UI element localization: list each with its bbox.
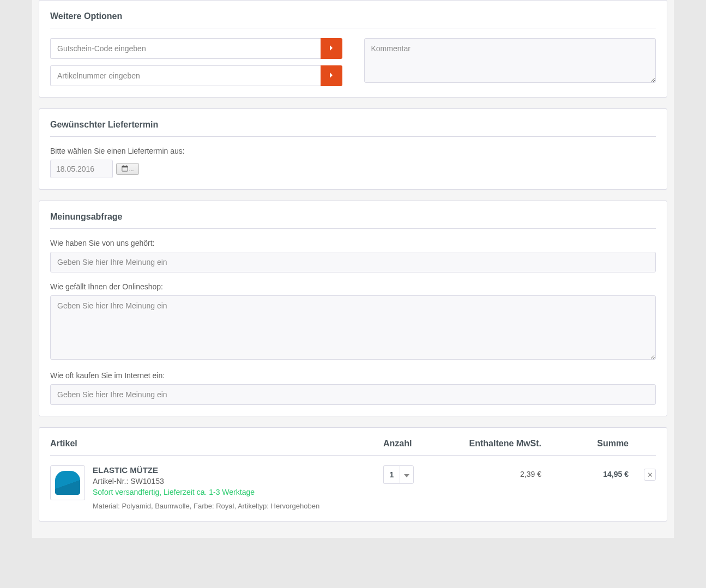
product-name[interactable]: ELASTIC MÜTZE (93, 465, 383, 475)
delivery-panel: Gewünschter Liefertermin Bitte wählen Si… (39, 108, 667, 190)
svg-rect-1 (122, 166, 128, 168)
coupon-submit-button[interactable] (321, 38, 342, 59)
product-image (55, 471, 80, 495)
cart-header-article: Artikel (50, 439, 383, 448)
cart-header-tax: Enthaltene MwSt. (438, 439, 563, 448)
quantity-input[interactable] (383, 465, 400, 484)
sku-submit-button[interactable] (321, 65, 342, 86)
delivery-title: Gewünschter Liefertermin (50, 120, 656, 137)
coupon-input[interactable] (50, 38, 321, 59)
item-tax: 2,39 € (438, 465, 563, 478)
svg-rect-2 (123, 165, 123, 167)
calendar-icon (122, 165, 128, 173)
chevron-down-icon (404, 471, 409, 479)
quantity-dropdown-button[interactable] (400, 465, 414, 484)
survey-q2-label: Wie gefällt Ihnen der Onlineshop: (50, 282, 656, 291)
chevron-right-icon (329, 45, 334, 53)
cart-header-sum: Summe (563, 439, 634, 448)
product-meta: Material: Polyamid, Baumwolle, Farbe: Ro… (93, 502, 383, 510)
survey-q1-label: Wie haben Sie von uns gehört: (50, 239, 656, 247)
survey-panel: Meinungsabfrage Wie haben Sie von uns ge… (39, 201, 667, 416)
remove-item-button[interactable]: ✕ (644, 469, 656, 481)
options-title: Weitere Optionen (50, 11, 656, 28)
chevron-right-icon (329, 72, 334, 80)
item-sum: 14,95 € (563, 465, 634, 478)
product-thumbnail[interactable] (50, 465, 85, 500)
options-panel: Weitere Optionen (39, 0, 667, 98)
comment-textarea[interactable] (364, 38, 656, 83)
cart-header-qty: Anzahl (383, 439, 438, 448)
product-stock: Sofort versandfertig, Lieferzeit ca. 1-3… (93, 488, 383, 496)
survey-q3-input[interactable] (50, 384, 656, 405)
survey-q2-textarea[interactable] (50, 295, 656, 360)
delivery-date-input[interactable] (50, 160, 113, 178)
cart-item-row: ELASTIC MÜTZE Artikel-Nr.: SW10153 Sofor… (50, 465, 656, 510)
datepicker-dots: ... (129, 166, 134, 172)
datepicker-button[interactable]: ... (116, 163, 139, 175)
cart-panel: Artikel Anzahl Enthaltene MwSt. Summe EL… (39, 427, 667, 522)
close-icon: ✕ (647, 471, 653, 479)
survey-title: Meinungsabfrage (50, 212, 656, 229)
sku-input[interactable] (50, 65, 321, 86)
survey-q1-input[interactable] (50, 252, 656, 272)
survey-q3-label: Wie oft kaufen Sie im Internet ein: (50, 371, 656, 380)
delivery-label: Bitte wählen Sie einen Liefertermin aus: (50, 147, 656, 155)
product-sku: Artikel-Nr.: SW10153 (93, 477, 383, 486)
svg-rect-3 (126, 165, 126, 167)
